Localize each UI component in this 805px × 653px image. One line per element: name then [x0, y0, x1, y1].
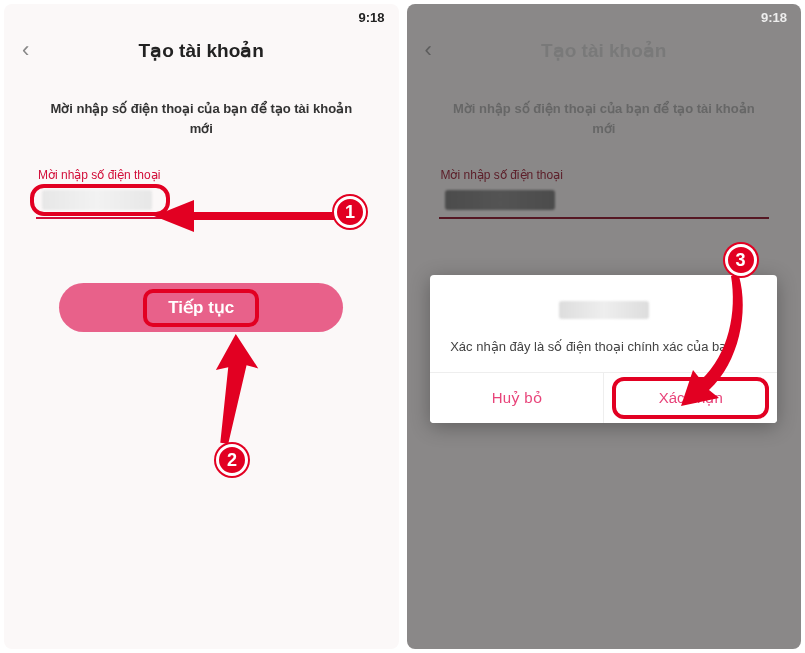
phone-field-wrap [36, 188, 367, 219]
continue-button[interactable]: Tiếp tục [59, 283, 343, 332]
dialog-actions: Huỷ bỏ Xác nhận [430, 372, 777, 423]
status-time: 9:18 [358, 10, 384, 25]
dialog-redacted-phone [559, 301, 649, 319]
instruction-text: Mời nhập số điện thoại của bạn để tạo tà… [36, 99, 367, 168]
cancel-button[interactable]: Huỷ bỏ [430, 373, 603, 423]
annotation-arrow-2 [204, 334, 264, 449]
confirm-button[interactable]: Xác nhận [603, 373, 777, 423]
confirm-button-label: Xác nhận [659, 389, 723, 406]
header: ‹ Tạo tài khoản [4, 27, 399, 77]
status-bar: 9:18 [4, 4, 399, 27]
annotation-step-2: 2 [216, 444, 248, 476]
continue-button-label: Tiếp tục [168, 298, 234, 317]
page-title: Tạo tài khoản [22, 39, 381, 62]
status-time: 9:18 [761, 10, 787, 25]
phone-field-label: Mời nhập số điện thoại [36, 168, 367, 182]
dialog-message: Xác nhận đây là số điện thoại chính xác … [450, 337, 757, 357]
confirm-dialog: Xác nhận đây là số điện thoại chính xác … [430, 275, 777, 424]
screen-create-account-dialog: 9:18 ‹ Tạo tài khoản Mời nhập số điện th… [407, 4, 802, 649]
redacted-phone [42, 190, 152, 210]
cancel-button-label: Huỷ bỏ [492, 389, 542, 406]
status-bar: 9:18 [407, 4, 802, 27]
screen-create-account: 9:18 ‹ Tạo tài khoản Mời nhập số điện th… [4, 4, 399, 649]
